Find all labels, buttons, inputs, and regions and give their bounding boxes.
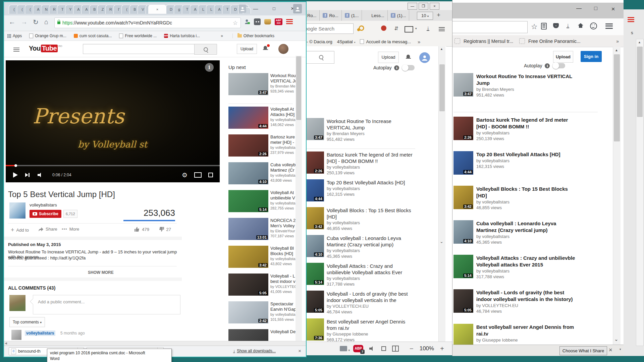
video-title[interactable]: Top 20 Best Volleyball Attacks [HD] bbox=[327, 179, 413, 186]
chevron-down-icon[interactable]: ▾ bbox=[415, 27, 417, 30]
video-title[interactable]: Volleyball Attacks : Crazy and unbilievb… bbox=[476, 255, 577, 268]
suggested-video[interactable]: 5:05 Volleyball - Lords of gravity (the … bbox=[305, 291, 442, 318]
minimize-button[interactable]: — bbox=[408, 3, 417, 10]
close-downloads-icon[interactable]: × bbox=[298, 348, 301, 354]
video-title[interactable]: NORCECA 2 bbox=[270, 218, 296, 223]
scroll-down-chevron[interactable]: ⌄ bbox=[440, 239, 443, 244]
stats-icon[interactable] bbox=[340, 346, 347, 351]
bookmarks-overflow-icon[interactable]: » bbox=[418, 39, 420, 45]
new-tab-button[interactable]: + bbox=[437, 11, 440, 19]
video-title[interactable]: Volleyball Blocks : Top 15 Best Blocks [… bbox=[327, 207, 413, 220]
bookmark-star-icon[interactable]: ☆ bbox=[531, 22, 538, 31]
video-thumbnail[interactable]: 5:05 bbox=[228, 274, 268, 296]
video-title[interactable]: Volleyball At bbox=[270, 107, 296, 112]
scroll-left-icon[interactable]: ◀ bbox=[5, 342, 7, 345]
home-icon[interactable] bbox=[578, 23, 583, 25]
video-thumbnail[interactable]: 3:47 bbox=[228, 73, 268, 95]
close-button[interactable]: × bbox=[430, 3, 439, 10]
suggested-video[interactable]: 5:14 Volleyball Attacks : Crazy and unbi… bbox=[453, 255, 608, 289]
video-title[interactable]: Volleyball - L bbox=[270, 274, 296, 279]
profile-extension-icon[interactable] bbox=[244, 19, 250, 25]
firefox-scrollbar[interactable]: ▲ ⌄ bbox=[613, 47, 621, 345]
video-thumbnail[interactable]: 2:26 bbox=[453, 117, 473, 140]
comment-author[interactable]: volleyballstars bbox=[25, 330, 55, 336]
basket-extension-icon[interactable] bbox=[264, 19, 271, 24]
up-next-item[interactable]: 4:10 Cuba volleyb Martinez (Cr by volley… bbox=[228, 162, 296, 190]
background-scrollbar[interactable]: ▲ bbox=[636, 39, 644, 346]
video-title-line2[interactable]: unbilievble V bbox=[270, 195, 296, 201]
scroll-down-chevron[interactable]: ⌄ bbox=[614, 336, 619, 342]
up-next-item[interactable]: 2:26 Bartosz kure meter [HD] - by volley… bbox=[228, 134, 296, 162]
video-thumbnail[interactable]: 3:42 bbox=[228, 246, 268, 268]
scroll-up-icon[interactable]: ▲ bbox=[440, 47, 443, 51]
close-notification-icon[interactable]: × bbox=[609, 347, 612, 354]
up-next-item[interactable]: 5:05 Volleyball - L best indoor v by VOL… bbox=[228, 274, 296, 301]
password-key-icon[interactable] bbox=[357, 26, 363, 32]
video-thumbnail[interactable]: 7:36 bbox=[305, 318, 324, 341]
video-title[interactable]: Bartosz kure bbox=[270, 134, 296, 140]
video-title[interactable]: Cuba volleyball : Leonardo Leyva Martine… bbox=[476, 220, 577, 234]
home-icon[interactable]: ⌂ bbox=[44, 18, 48, 26]
speaker-icon[interactable] bbox=[369, 346, 375, 351]
guide-menu-icon[interactable] bbox=[13, 47, 19, 53]
sign-in-button[interactable]: Sign in bbox=[581, 51, 602, 62]
firefox-menu-icon[interactable] bbox=[605, 22, 613, 30]
video-title[interactable]: Bartosz kurek The legend of 3rd meter [H… bbox=[327, 152, 413, 164]
up-next-item[interactable]: 4:44 Volleyball At Attacks [HD] by volle… bbox=[228, 107, 296, 134]
video-title[interactable]: Volleyball De bbox=[270, 329, 296, 335]
video-title[interactable]: Volleyball At bbox=[270, 190, 296, 195]
up-next-item[interactable]: 2:42 Spectacular Earvin N'Gap by volleyb… bbox=[228, 301, 296, 329]
more-button[interactable]: •••More bbox=[62, 227, 79, 232]
suggested-video[interactable]: 3:42 Volleyball Blocks : Top 15 Best Blo… bbox=[453, 186, 608, 220]
theater-mode-icon[interactable] bbox=[194, 172, 202, 178]
maximize-button[interactable]: □ bbox=[269, 5, 279, 13]
video-title[interactable]: Spectacular bbox=[270, 301, 296, 307]
middle-scrollbar[interactable]: ▲ ⌄ bbox=[438, 46, 445, 342]
tab-regiotrans[interactable]: Regiotrans || Mersul tr... bbox=[464, 39, 513, 44]
video-title[interactable]: Best volleyball server Angel Dennis from… bbox=[327, 318, 413, 331]
up-next-item[interactable]: Volleyball De bbox=[228, 329, 296, 341]
swap-icon[interactable]: ⇵ bbox=[394, 25, 398, 32]
adblock-icon[interactable]: ABP7 bbox=[353, 345, 363, 352]
page-scrollbar[interactable] bbox=[296, 56, 302, 341]
suggested-video[interactable]: 4:10 Cuba volleyball : Leonardo Leyva Ma… bbox=[305, 235, 442, 263]
share-button[interactable]: Share bbox=[38, 227, 57, 232]
bookmarks-overflow-icon[interactable]: » bbox=[221, 34, 223, 38]
suggested-video[interactable]: 3:47 Workout Routine To Increase VERTICA… bbox=[305, 118, 442, 146]
dislike-button[interactable]: 27 bbox=[159, 227, 171, 232]
video-player[interactable]: i Presents by Volleyball st 0:06 / 2:04 … bbox=[6, 60, 220, 182]
caret-icon[interactable]: ▾ bbox=[620, 348, 621, 351]
suggested-video[interactable]: Best volleyball server Angel Dennis from… bbox=[453, 324, 608, 345]
bookmark-item[interactable]: cum scot casuta... bbox=[74, 34, 112, 38]
video-title[interactable]: Workout Routine To Increase VERTICAL Jum… bbox=[327, 118, 413, 131]
address-bar[interactable] bbox=[452, 21, 528, 33]
zoom-in-icon[interactable]: + bbox=[440, 345, 444, 353]
url-text[interactable]: https://www.youtube.com/watch?v=mDmNYaRR… bbox=[62, 20, 172, 25]
video-thumbnail[interactable]: 4:44 bbox=[453, 151, 473, 175]
video-thumbnail[interactable] bbox=[453, 324, 473, 345]
active-tab[interactable]: × bbox=[148, 5, 166, 14]
video-title[interactable]: Best volleyball server Angel Dennis from… bbox=[476, 324, 577, 337]
video-title[interactable]: Bartosz kurek The legend of 3rd meter [H… bbox=[476, 117, 577, 130]
bookmark-item[interactable]: WRHarta turistica i... bbox=[164, 34, 200, 38]
info-icon[interactable]: i bbox=[545, 63, 550, 68]
scroll-up-icon[interactable]: ▲ bbox=[615, 48, 618, 52]
channel-avatar[interactable] bbox=[9, 202, 25, 219]
video-title[interactable]: Volleyball - Lords of gravity (the best … bbox=[327, 291, 413, 303]
back-icon[interactable]: ← bbox=[9, 18, 15, 26]
comment-input[interactable]: Add a public comment... bbox=[33, 295, 180, 314]
video-thumbnail[interactable]: 5:05 bbox=[305, 291, 324, 313]
fullscreen-icon[interactable] bbox=[208, 173, 213, 177]
scrollbar-thumb[interactable] bbox=[439, 64, 445, 111]
progress-bar[interactable] bbox=[6, 165, 220, 166]
browser-tab[interactable]: fRo... bbox=[320, 10, 341, 21]
info-icon[interactable]: i bbox=[205, 63, 214, 72]
up-next-item[interactable]: 3:47 Workout Rou VERTICAL Ju by Brendan … bbox=[228, 73, 296, 101]
profile-icon[interactable] bbox=[239, 5, 246, 13]
columns-icon[interactable] bbox=[392, 346, 399, 352]
scrollbar-thumb[interactable] bbox=[637, 47, 643, 117]
scrollbar-thumb[interactable] bbox=[614, 54, 620, 141]
progress-handle[interactable] bbox=[14, 164, 17, 167]
info-icon[interactable]: i bbox=[394, 65, 399, 70]
autoplay-toggle[interactable] bbox=[402, 65, 415, 70]
